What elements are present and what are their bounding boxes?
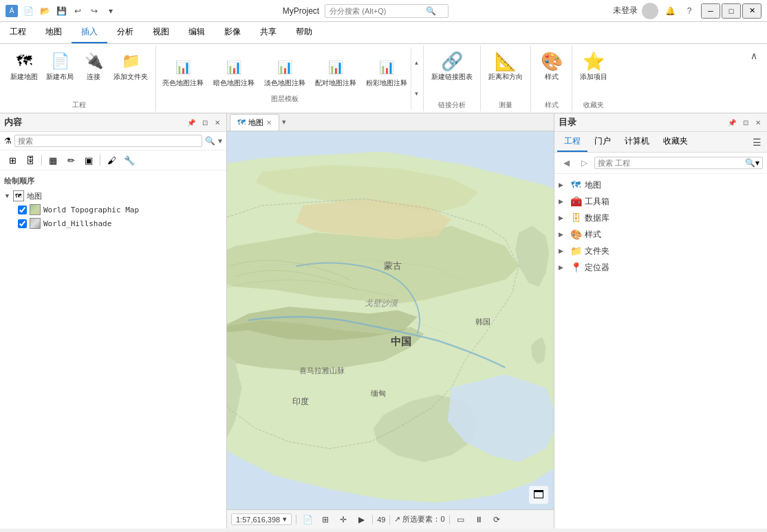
catalog-tab-portal[interactable]: 门户 — [587, 132, 618, 152]
dark-annotation-button[interactable]: 📊 暗色地图注释 — [210, 54, 258, 90]
catalog-back-button[interactable]: ◀ — [559, 155, 574, 170]
group-title-layer-template: 图层模板 — [159, 93, 411, 105]
tree-item-map[interactable]: ▶ 🗺 地图 — [559, 177, 763, 193]
title-search-box[interactable]: 🔍 — [325, 4, 449, 18]
contents-close-button[interactable]: ✕ — [213, 118, 222, 127]
paired-annotation-button[interactable]: 📊 配对地图注释 — [312, 54, 360, 90]
scale-dropdown-icon: ▾ — [283, 515, 287, 524]
tab-gongcheng[interactable]: 工程 — [0, 22, 36, 43]
add-folder-button[interactable]: 📁 添加文件夹 — [110, 48, 151, 84]
status-sep-4 — [449, 515, 450, 524]
catalog-float-button[interactable]: ⊡ — [741, 118, 750, 127]
tab-bangzhu[interactable]: 帮助 — [286, 22, 322, 43]
contents-search-bar: ⚗ 🔍 ▾ — [0, 132, 226, 151]
contents-panel-header: 内容 📌 ⊡ ✕ — [0, 113, 226, 132]
scale-selector[interactable]: 1:57,616,398 ▾ — [231, 513, 292, 525]
tree-item-locator[interactable]: ▶ 📍 定位器 — [559, 259, 763, 276]
snap-button[interactable]: ✛ — [336, 513, 350, 527]
tab-yingxiang[interactable]: 影像 — [215, 22, 250, 43]
add-project-button[interactable]: ⭐ 添加项目 — [576, 48, 611, 84]
layer-view-button[interactable]: ▦ — [45, 153, 61, 168]
tab-gongxiang[interactable]: 共享 — [250, 22, 286, 43]
layer-checkbox-hillshade[interactable] — [18, 219, 27, 228]
minimize-button[interactable]: ─ — [701, 3, 720, 19]
grid-button[interactable]: ⊞ — [318, 513, 332, 527]
tree-item-style[interactable]: ▶ 🎨 样式 — [559, 226, 763, 243]
catalog-search-input[interactable] — [598, 159, 745, 167]
tree-item-toolbox[interactable]: ▶ 🧰 工具箱 — [559, 193, 763, 210]
pastel-annotation-button[interactable]: 📊 粉彩地图注释 — [363, 54, 411, 90]
page-button[interactable]: 📄 — [301, 513, 314, 527]
map-tab[interactable]: 🗺 地图 ✕ — [230, 114, 279, 131]
scroll-down-icon[interactable]: ▼ — [414, 91, 420, 98]
maximize-button[interactable]: □ — [722, 3, 741, 19]
add-project-icon: ⭐ — [583, 50, 605, 72]
catalog-tab-favorites[interactable]: 收藏夹 — [656, 132, 695, 152]
tree-item-database[interactable]: ▶ 🗄 数据库 — [559, 210, 763, 226]
connect-button[interactable]: 🔌 连接 — [78, 48, 109, 84]
light2-annotation-button[interactable]: 📊 淡色地图注释 — [261, 54, 309, 90]
catalog-nav: ◀ ▷ 🔍 ▾ — [554, 153, 767, 174]
catalog-forward-button[interactable]: ▷ — [576, 155, 592, 170]
new-link-chart-button[interactable]: 🔗 新建链接图表 — [428, 48, 476, 84]
new-layout-button[interactable]: 📄 新建布局 — [43, 48, 77, 84]
style-tool-button[interactable]: 🖌 — [103, 153, 120, 168]
catalog-tree: ▶ 🗺 地图 ▶ 🧰 工具箱 ▶ 🗄 数据库 ▶ 🎨 样式 ▶ 📁 — [554, 174, 767, 529]
catalog-close-button[interactable]: ✕ — [753, 118, 763, 127]
notifications-button[interactable]: 🔔 — [662, 3, 678, 19]
tab-fenxi[interactable]: 分析 — [107, 22, 143, 43]
login-button[interactable]: 未登录 — [613, 5, 638, 16]
contents-dropdown-icon[interactable]: ▾ — [218, 136, 222, 146]
ribbon-group-link-analysis: 🔗 新建链接图表 链接分析 — [424, 45, 481, 111]
contents-toolbar: ⊞ 🗄 ▦ ✏ ▣ 🖌 🔧 — [0, 151, 226, 170]
catalog-search-box[interactable]: 🔍 ▾ — [594, 157, 763, 169]
layer-checkbox-topographic[interactable] — [18, 206, 27, 214]
catalog-tab-computer[interactable]: 计算机 — [618, 132, 656, 152]
catalog-search-icon: 🔍 — [745, 158, 755, 168]
pause-button[interactable]: ⏸ — [472, 513, 486, 527]
grid-button[interactable]: ▣ — [80, 153, 97, 168]
db-view-button[interactable]: 🗄 — [22, 153, 39, 168]
map-tab-close-button[interactable]: ✕ — [266, 119, 272, 126]
scroll-up-icon[interactable]: ▲ — [414, 60, 420, 67]
collapse-ribbon-button[interactable]: ∧ — [746, 48, 761, 63]
catalog-pin-button[interactable]: 📌 — [726, 118, 738, 127]
new-map-button[interactable]: 🗺 新建地图 — [7, 48, 41, 84]
redo-button[interactable]: ↪ — [87, 3, 102, 19]
paired-annotation-icon: 📊 — [325, 56, 347, 78]
rect-button[interactable]: ▭ — [454, 513, 468, 527]
map-canvas[interactable]: 蒙古 戈壁沙漠 中国 韩国 喜马拉雅山脉 印度 缅甸 🗖 — [227, 131, 554, 509]
tab-ditu[interactable]: 地图 — [36, 22, 72, 43]
contents-pin-button[interactable]: 📌 — [185, 118, 197, 127]
close-button[interactable]: ✕ — [742, 3, 761, 19]
tab-shitu[interactable]: 视图 — [143, 22, 179, 43]
title-search-input[interactable] — [330, 7, 426, 15]
contents-search-input[interactable] — [14, 135, 202, 147]
tree-item-folder[interactable]: ▶ 📁 文件夹 — [559, 243, 763, 259]
tab-charu[interactable]: 插入 — [72, 22, 107, 43]
catalog-search-dropdown[interactable]: ▾ — [755, 158, 759, 168]
catalog-tab-project[interactable]: 工程 — [557, 132, 587, 152]
avatar[interactable] — [642, 3, 658, 19]
help-button[interactable]: ? — [682, 3, 697, 19]
map-tab-overflow[interactable]: ▾ — [279, 118, 289, 126]
edit-button[interactable]: ✏ — [63, 153, 79, 168]
layer-group-map-header[interactable]: ▼ 🗺 地图 — [4, 189, 222, 203]
refresh-button[interactable]: ⟳ — [490, 513, 504, 527]
light-annotation-button[interactable]: 📊 亮色地图注释 — [159, 54, 207, 90]
catalog-menu-button[interactable]: ☰ — [750, 134, 764, 151]
save-button[interactable]: 💾 — [54, 3, 69, 19]
undo-button[interactable]: ↩ — [70, 3, 85, 19]
list-view-button[interactable]: ⊞ — [4, 153, 21, 168]
new-file-button[interactable]: 📄 — [21, 3, 36, 19]
status-bar: 1:57,616,398 ▾ 📄 ⊞ ✛ ▶ 49 ↗ 所选要素：0 ▭ ⏸ ⟳ — [227, 509, 554, 529]
contents-search-icon[interactable]: 🔍 — [205, 136, 215, 146]
distance-direction-button[interactable]: 📐 距离和方向 — [485, 48, 526, 84]
settings-button[interactable]: 🔧 — [121, 153, 138, 168]
style-button[interactable]: 🎨 样式 — [537, 48, 567, 84]
contents-float-button[interactable]: ⊡ — [200, 118, 210, 127]
nav-play-button[interactable]: ▶ — [354, 513, 368, 527]
more-tools-button[interactable]: ▾ — [103, 3, 118, 19]
tab-bianji[interactable]: 编辑 — [179, 22, 215, 43]
open-file-button[interactable]: 📂 — [37, 3, 52, 19]
